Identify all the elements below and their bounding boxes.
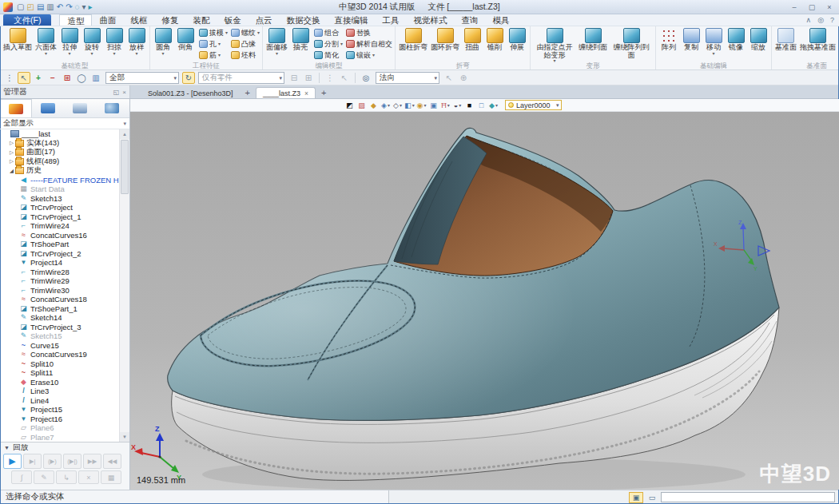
animate-view-icon[interactable]: ◩	[344, 100, 355, 110]
float-panel-icon[interactable]: ◱	[113, 89, 120, 96]
ribbon-button[interactable]: 放样 ▾	[125, 27, 148, 57]
replay-edit-button[interactable]: ✎	[34, 470, 54, 484]
orientation-select[interactable]: 法向	[376, 72, 439, 84]
ribbon-button[interactable]: 移动 ▾	[702, 27, 725, 57]
ribbon-button[interactable]: 圆柱折弯	[397, 27, 429, 53]
scroll-up-icon[interactable]: ▲	[120, 129, 129, 139]
ribbon-tab[interactable]: 视觉样式	[406, 14, 454, 26]
replay-button[interactable]: ▶|	[23, 454, 42, 469]
qat-dropdown-icon[interactable]: ▾	[82, 2, 86, 12]
ribbon-button[interactable]: 六面体 ▾	[34, 27, 58, 57]
material-sphere-icon[interactable]: ◒	[452, 100, 463, 110]
restore-button[interactable]: ▢	[805, 3, 818, 11]
expander-icon[interactable]: ▷	[8, 140, 15, 146]
tree-item[interactable]: Plane6	[0, 423, 119, 433]
collapse-ribbon-icon[interactable]: ∧	[806, 14, 812, 26]
manager-tab-view[interactable]	[96, 99, 128, 117]
ribbon-button[interactable]: 简化	[313, 50, 344, 61]
tree-item[interactable]: Sketch14	[0, 313, 119, 323]
shade-mode-icon[interactable]: ◧	[404, 100, 415, 110]
ribbon-button[interactable]: 拖拽基准面	[798, 27, 837, 53]
background-light-icon[interactable]: □	[476, 100, 487, 110]
ribbon-button[interactable]: 扫掠 ▾	[103, 27, 125, 57]
ribbon-button[interactable]: 镶嵌 ▾	[345, 50, 393, 61]
ribbon-button[interactable]: 倒角	[174, 27, 197, 53]
replay-edit-button[interactable]: ▦	[101, 470, 121, 484]
tree-item[interactable]: Erase10	[0, 378, 119, 387]
file-menu-button[interactable]: 文件(F)	[3, 14, 51, 26]
ribbon-button[interactable]: 镜像	[725, 27, 747, 53]
background-black-icon[interactable]: ■	[464, 100, 475, 110]
texture-icon[interactable]: ◆	[368, 100, 379, 110]
app-logo-icon[interactable]	[3, 2, 13, 12]
regen-icon[interactable]: ◌	[75, 2, 80, 12]
rotate-view-icon[interactable]: ◈	[380, 100, 391, 110]
input-mode-toggle-icon[interactable]: ▣	[629, 492, 643, 503]
tree-item[interactable]: Split11	[0, 368, 119, 378]
ribbon-button[interactable]: 复制	[680, 27, 702, 53]
snap-settings-icon[interactable]: ⊕	[457, 72, 470, 84]
ribbon-button[interactable]: 由指定点开始变形 ▾	[532, 27, 577, 64]
settings-icon[interactable]: ◎	[817, 14, 824, 26]
tree-scrollbar[interactable]: ▲ ▼	[119, 129, 129, 442]
help-icon[interactable]: ?	[830, 14, 834, 26]
ribbon-button[interactable]: 扭曲	[461, 27, 483, 53]
expander-icon[interactable]: ▷	[8, 158, 15, 165]
tree-filter-select[interactable]: 全部显示	[0, 118, 129, 129]
ribbon-button[interactable]: 缠绕阵列到面	[609, 27, 654, 60]
tree-item[interactable]: Line3	[0, 387, 119, 396]
tree-item[interactable]: TrCrvProject_2	[0, 249, 119, 259]
scroll-down-icon[interactable]: ▼	[120, 432, 129, 442]
ribbon-tab[interactable]: 线框	[123, 14, 154, 26]
tree-item[interactable]: TrimWire29	[0, 276, 119, 286]
tree-item[interactable]: TrCrvProject_3	[0, 323, 119, 332]
ribbon-button[interactable]: 旋转 ▾	[81, 27, 103, 57]
pick-point-icon[interactable]: ↖	[443, 72, 455, 84]
zoom-window-icon[interactable]: ▣	[428, 100, 439, 110]
tree-item[interactable]: TrShoePart_1	[0, 304, 119, 314]
tree-item[interactable]: Project15	[0, 405, 119, 415]
new-tab-button[interactable]: +	[240, 88, 256, 98]
scope-filter-select[interactable]: 仅有零件	[198, 72, 284, 84]
link-on-icon[interactable]: ⊞	[302, 72, 315, 84]
document-tab-last[interactable]: ____last.Z3×	[256, 87, 316, 98]
replay-button[interactable]: ▶▶	[83, 454, 101, 469]
add-selection-icon[interactable]: +	[32, 72, 45, 84]
ribbon-tab[interactable]: 装配	[185, 14, 217, 26]
tree-item[interactable]: ConcatCurves16	[0, 231, 119, 240]
list-icon[interactable]: ⋮	[324, 72, 336, 84]
replay-button[interactable]: ◀◀	[103, 454, 121, 469]
print-icon[interactable]: ▥	[46, 2, 54, 12]
minimize-button[interactable]: –	[788, 3, 801, 11]
select-last-icon[interactable]: ↖	[338, 72, 351, 84]
ribbon-button[interactable]: 替换	[345, 27, 393, 38]
replay-header[interactable]: ▼ 回放	[0, 442, 129, 453]
tree-item[interactable]: ◢ 历史	[0, 166, 119, 176]
tree-item[interactable]: Project14	[0, 258, 119, 268]
tree-item[interactable]: Plane7	[0, 433, 119, 442]
ribbon-button[interactable]: 分割 ▾	[313, 38, 344, 50]
ribbon-tab[interactable]: 钣金	[217, 14, 248, 26]
color-filter-icon[interactable]: ▥	[89, 72, 102, 84]
tree-item[interactable]: ConcatCurves19	[0, 350, 119, 359]
tree-item[interactable]: ConcatCurves18	[0, 295, 119, 304]
command-input[interactable]	[661, 492, 835, 502]
close-panel-icon[interactable]: ×	[122, 89, 126, 96]
open-file-icon[interactable]: ◰	[26, 2, 34, 12]
tree-item[interactable]: TrCrvProject_1	[0, 212, 119, 222]
replay-button[interactable]: (▶|)	[63, 454, 82, 469]
water-effect-icon[interactable]: ◆	[488, 100, 499, 110]
refresh-icon[interactable]: ↻	[182, 72, 195, 84]
manager-tab-history[interactable]	[0, 99, 32, 117]
tree-item[interactable]: TrimWire28	[0, 268, 119, 277]
prompt-history-icon[interactable]: ▭	[645, 492, 659, 503]
replay-edit-button[interactable]: ×	[78, 470, 99, 484]
tree-item[interactable]: Split10	[0, 359, 119, 369]
manager-tab-visual[interactable]	[64, 99, 96, 117]
save-file-icon[interactable]: ▤	[37, 2, 44, 12]
replay-button[interactable]: (▶)	[43, 454, 62, 469]
ribbon-button[interactable]: 螺纹 ▾	[230, 27, 260, 38]
silhouette-icon[interactable]: ◉	[416, 100, 427, 110]
ribbon-tab[interactable]: 数据交换	[279, 14, 327, 26]
section-view-icon[interactable]: Ħ	[440, 100, 451, 110]
